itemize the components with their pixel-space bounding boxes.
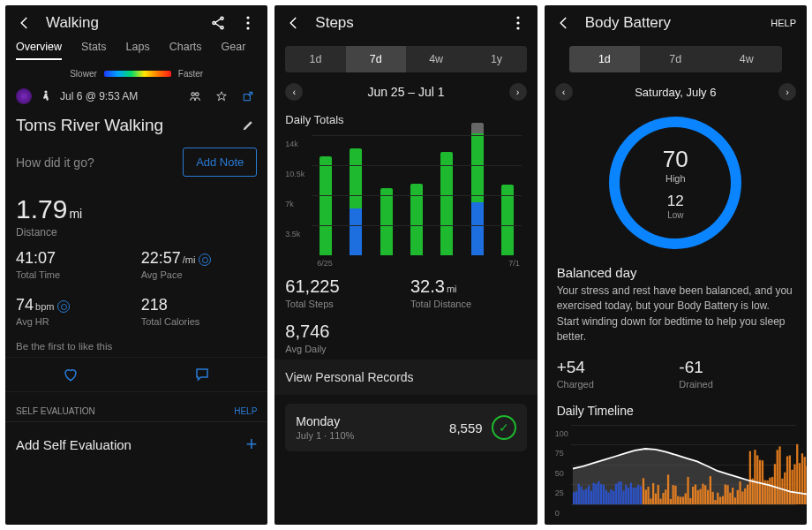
next-day-button[interactable]: › [778, 83, 796, 101]
svg-rect-83 [747, 484, 748, 504]
opt-4w[interactable]: 4w [406, 46, 466, 72]
info-icon[interactable] [57, 300, 70, 313]
opt-1d[interactable]: 1d [569, 46, 640, 72]
svg-rect-38 [635, 487, 636, 504]
svg-rect-77 [732, 488, 733, 504]
svg-rect-17 [583, 489, 584, 504]
personal-record-card[interactable]: Monday July 1 · 110% 8,559 ✓ [285, 404, 526, 451]
svg-point-3 [247, 16, 250, 19]
timeline-chart: 0255075100 [555, 425, 796, 513]
svg-rect-30 [614, 483, 616, 504]
walk-icon [41, 90, 51, 102]
activity-datetime: Jul 6 @ 9:53 AM [60, 90, 138, 102]
svg-rect-24 [600, 484, 602, 504]
svg-rect-75 [726, 485, 728, 504]
avatar[interactable] [16, 88, 32, 104]
stat-calories: 218Total Calories [141, 296, 258, 327]
help-link[interactable]: HELP [234, 406, 257, 416]
tab-laps[interactable]: Laps [126, 41, 150, 60]
comment-button[interactable] [137, 358, 268, 391]
opt-4w[interactable]: 4w [711, 46, 782, 72]
edit-icon[interactable] [239, 117, 257, 134]
tab-overview[interactable]: Overview [16, 41, 62, 60]
svg-rect-102 [793, 464, 795, 504]
overflow-icon[interactable] [239, 14, 257, 32]
add-self-eval-label: Add Self Evaluation [16, 437, 132, 452]
pace-legend: Slower Faster [5, 67, 267, 84]
social-bar [5, 357, 267, 392]
low-label: Low [663, 210, 688, 220]
svg-rect-67 [707, 489, 709, 504]
steps-bar-chart: 3.5k7k10.5k14k6/257/1 [285, 135, 526, 268]
svg-rect-107 [806, 466, 807, 504]
svg-point-8 [196, 93, 199, 96]
distance-stat: 1.79mi Distance [5, 189, 267, 249]
svg-rect-32 [620, 481, 621, 504]
tab-charts[interactable]: Charts [169, 41, 202, 60]
svg-rect-78 [733, 497, 735, 504]
svg-rect-47 [657, 484, 658, 504]
send-icon[interactable] [239, 87, 257, 105]
svg-rect-23 [598, 481, 599, 504]
svg-rect-65 [702, 483, 703, 504]
stat-avg-pace: 22:57/miAvg Pace [141, 249, 258, 280]
add-note-button[interactable]: Add Note [183, 148, 257, 177]
screen-walking: Walking Overview Stats Laps Charts Gear … [5, 5, 267, 525]
summary-title: Balanced day [545, 261, 807, 284]
next-range-button[interactable]: › [509, 83, 527, 101]
svg-rect-33 [622, 490, 624, 504]
svg-rect-43 [647, 486, 649, 504]
svg-rect-40 [640, 486, 642, 504]
privacy-icon[interactable] [186, 87, 204, 105]
back-icon[interactable] [285, 14, 303, 32]
opt-7d[interactable]: 7d [640, 46, 710, 72]
svg-rect-89 [761, 460, 763, 504]
svg-rect-93 [771, 476, 773, 504]
svg-point-11 [516, 21, 519, 24]
drained-stat: -61Drained [679, 358, 794, 390]
total-steps: 61,225Total Steps [285, 276, 402, 309]
svg-rect-76 [729, 492, 731, 504]
svg-rect-92 [769, 477, 771, 504]
svg-rect-55 [677, 496, 679, 504]
charged-stat: +54Charged [557, 358, 673, 390]
info-icon[interactable] [199, 254, 211, 266]
prev-day-button[interactable]: ‹ [555, 83, 573, 101]
range-selector: 1d 7d 4w [569, 46, 782, 72]
back-icon[interactable] [16, 14, 34, 32]
svg-rect-16 [580, 486, 582, 504]
legend-gradient [104, 71, 171, 77]
overflow-icon[interactable] [509, 14, 527, 32]
svg-rect-61 [692, 486, 694, 504]
svg-rect-39 [637, 484, 639, 504]
svg-rect-80 [739, 481, 741, 504]
svg-rect-101 [791, 469, 793, 504]
svg-rect-25 [602, 484, 604, 504]
opt-7d[interactable]: 7d [346, 46, 406, 72]
tab-stats[interactable]: Stats [81, 41, 107, 60]
back-icon[interactable] [555, 14, 573, 32]
pr-sub: July 1 · 110% [296, 430, 354, 441]
share-icon[interactable] [209, 14, 227, 32]
svg-rect-19 [588, 485, 590, 504]
prev-range-button[interactable]: ‹ [285, 83, 303, 101]
add-self-eval-button[interactable]: Add Self Evaluation + [5, 421, 267, 466]
svg-rect-54 [674, 485, 676, 504]
timeline-label: Daily Timeline [545, 398, 807, 421]
svg-rect-103 [796, 443, 798, 504]
like-button[interactable] [5, 358, 137, 391]
svg-rect-59 [687, 476, 688, 504]
opt-1y[interactable]: 1y [466, 46, 526, 72]
tab-gear[interactable]: Gear [222, 41, 246, 60]
help-link[interactable]: HELP [771, 18, 796, 28]
svg-rect-14 [575, 491, 576, 504]
opt-1d[interactable]: 1d [285, 46, 345, 72]
svg-rect-96 [778, 446, 780, 504]
svg-rect-105 [801, 453, 802, 504]
favorite-icon[interactable] [213, 87, 230, 105]
view-personal-records[interactable]: View Personal Records [274, 360, 537, 395]
svg-rect-27 [607, 492, 609, 504]
svg-rect-35 [628, 488, 629, 504]
svg-point-7 [192, 93, 195, 96]
svg-point-1 [221, 17, 223, 19]
